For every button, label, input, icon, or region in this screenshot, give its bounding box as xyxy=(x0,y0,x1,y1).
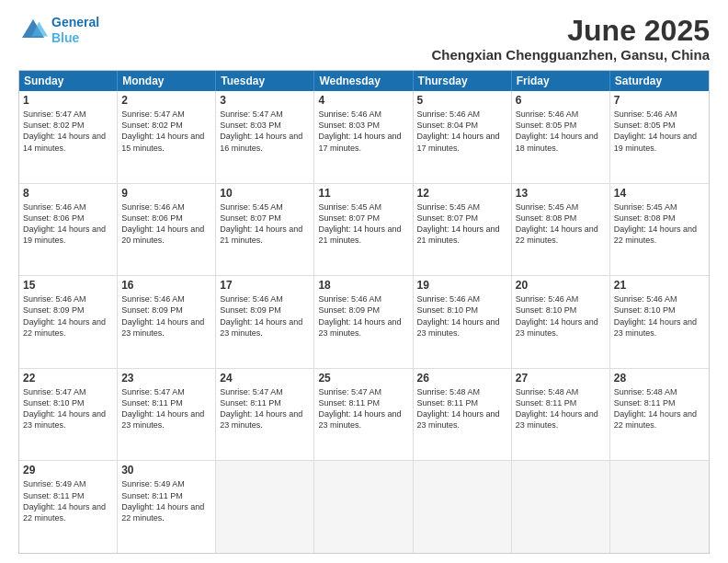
calendar: SundayMondayTuesdayWednesdayThursdayFrid… xyxy=(18,70,710,554)
day-cell-29: 29Sunrise: 5:49 AM Sunset: 8:11 PM Dayli… xyxy=(19,461,118,553)
day-number: 17 xyxy=(220,279,310,292)
day-number: 29 xyxy=(23,464,113,477)
header-day-wednesday: Wednesday xyxy=(314,71,413,91)
day-info: Sunrise: 5:46 AM Sunset: 8:09 PM Dayligh… xyxy=(318,293,408,339)
day-cell-14: 14Sunrise: 5:45 AM Sunset: 8:08 PM Dayli… xyxy=(610,184,709,276)
day-cell-28: 28Sunrise: 5:48 AM Sunset: 8:11 PM Dayli… xyxy=(610,369,709,461)
calendar-row-4: 22Sunrise: 5:47 AM Sunset: 8:10 PM Dayli… xyxy=(19,368,709,461)
day-cell-22: 22Sunrise: 5:47 AM Sunset: 8:10 PM Dayli… xyxy=(19,369,118,461)
day-cell-25: 25Sunrise: 5:47 AM Sunset: 8:11 PM Dayli… xyxy=(314,369,413,461)
calendar-body: 1Sunrise: 5:47 AM Sunset: 8:02 PM Daylig… xyxy=(19,91,709,553)
day-number: 19 xyxy=(417,279,507,292)
header-day-thursday: Thursday xyxy=(414,71,512,91)
day-info: Sunrise: 5:46 AM Sunset: 8:09 PM Dayligh… xyxy=(23,293,113,339)
calendar-row-3: 15Sunrise: 5:46 AM Sunset: 8:09 PM Dayli… xyxy=(19,275,709,368)
day-info: Sunrise: 5:45 AM Sunset: 8:07 PM Dayligh… xyxy=(220,201,310,247)
day-cell-27: 27Sunrise: 5:48 AM Sunset: 8:11 PM Dayli… xyxy=(512,369,610,461)
day-info: Sunrise: 5:47 AM Sunset: 8:11 PM Dayligh… xyxy=(318,386,408,431)
day-info: Sunrise: 5:47 AM Sunset: 8:11 PM Dayligh… xyxy=(121,386,211,431)
empty-cell xyxy=(216,461,314,553)
month-title: June 2025 xyxy=(431,15,710,47)
day-info: Sunrise: 5:46 AM Sunset: 8:06 PM Dayligh… xyxy=(121,201,211,247)
calendar-row-5: 29Sunrise: 5:49 AM Sunset: 8:11 PM Dayli… xyxy=(19,460,709,553)
day-number: 9 xyxy=(121,187,211,200)
day-info: Sunrise: 5:47 AM Sunset: 8:02 PM Dayligh… xyxy=(121,109,211,154)
day-info: Sunrise: 5:46 AM Sunset: 8:05 PM Dayligh… xyxy=(516,109,606,154)
day-cell-21: 21Sunrise: 5:46 AM Sunset: 8:10 PM Dayli… xyxy=(610,276,709,368)
header-day-tuesday: Tuesday xyxy=(216,71,314,91)
day-info: Sunrise: 5:45 AM Sunset: 8:07 PM Dayligh… xyxy=(318,201,408,247)
day-number: 15 xyxy=(23,279,113,292)
day-cell-6: 6Sunrise: 5:46 AM Sunset: 8:05 PM Daylig… xyxy=(512,91,610,183)
day-cell-18: 18Sunrise: 5:46 AM Sunset: 8:09 PM Dayli… xyxy=(314,276,413,368)
day-info: Sunrise: 5:45 AM Sunset: 8:07 PM Dayligh… xyxy=(417,201,507,247)
day-number: 4 xyxy=(318,94,408,107)
calendar-row-2: 8Sunrise: 5:46 AM Sunset: 8:06 PM Daylig… xyxy=(19,183,709,276)
day-info: Sunrise: 5:46 AM Sunset: 8:10 PM Dayligh… xyxy=(417,293,507,339)
day-number: 21 xyxy=(614,279,705,292)
day-info: Sunrise: 5:46 AM Sunset: 8:10 PM Dayligh… xyxy=(614,293,705,339)
day-cell-17: 17Sunrise: 5:46 AM Sunset: 8:09 PM Dayli… xyxy=(216,276,314,368)
day-number: 24 xyxy=(220,372,310,385)
day-cell-4: 4Sunrise: 5:46 AM Sunset: 8:03 PM Daylig… xyxy=(314,91,413,183)
day-number: 14 xyxy=(614,187,705,200)
day-number: 27 xyxy=(516,372,606,385)
day-info: Sunrise: 5:46 AM Sunset: 8:05 PM Dayligh… xyxy=(614,109,705,154)
day-info: Sunrise: 5:48 AM Sunset: 8:11 PM Dayligh… xyxy=(614,386,705,431)
empty-cell xyxy=(610,461,709,553)
logo-icon xyxy=(18,16,48,45)
day-cell-2: 2Sunrise: 5:47 AM Sunset: 8:02 PM Daylig… xyxy=(118,91,216,183)
calendar-header: SundayMondayTuesdayWednesdayThursdayFrid… xyxy=(19,71,709,91)
day-number: 20 xyxy=(516,279,606,292)
empty-cell xyxy=(512,461,610,553)
day-cell-7: 7Sunrise: 5:46 AM Sunset: 8:05 PM Daylig… xyxy=(610,91,709,183)
day-cell-8: 8Sunrise: 5:46 AM Sunset: 8:06 PM Daylig… xyxy=(19,184,118,276)
day-cell-20: 20Sunrise: 5:46 AM Sunset: 8:10 PM Dayli… xyxy=(512,276,610,368)
day-info: Sunrise: 5:46 AM Sunset: 8:10 PM Dayligh… xyxy=(516,293,606,339)
day-info: Sunrise: 5:49 AM Sunset: 8:11 PM Dayligh… xyxy=(121,478,211,523)
day-number: 23 xyxy=(121,372,211,385)
day-cell-13: 13Sunrise: 5:45 AM Sunset: 8:08 PM Dayli… xyxy=(512,184,610,276)
day-number: 28 xyxy=(614,372,705,385)
day-number: 16 xyxy=(121,279,211,292)
day-number: 7 xyxy=(614,94,705,107)
day-info: Sunrise: 5:47 AM Sunset: 8:02 PM Dayligh… xyxy=(23,109,113,154)
day-cell-5: 5Sunrise: 5:46 AM Sunset: 8:04 PM Daylig… xyxy=(414,91,512,183)
day-cell-16: 16Sunrise: 5:46 AM Sunset: 8:09 PM Dayli… xyxy=(118,276,216,368)
day-info: Sunrise: 5:47 AM Sunset: 8:03 PM Dayligh… xyxy=(220,109,310,154)
day-number: 18 xyxy=(318,279,408,292)
day-cell-24: 24Sunrise: 5:47 AM Sunset: 8:11 PM Dayli… xyxy=(216,369,314,461)
day-number: 10 xyxy=(220,187,310,200)
day-number: 3 xyxy=(220,94,310,107)
day-cell-30: 30Sunrise: 5:49 AM Sunset: 8:11 PM Dayli… xyxy=(118,461,216,553)
day-info: Sunrise: 5:47 AM Sunset: 8:11 PM Dayligh… xyxy=(220,386,310,431)
header-day-sunday: Sunday xyxy=(19,71,118,91)
day-info: Sunrise: 5:48 AM Sunset: 8:11 PM Dayligh… xyxy=(516,386,606,431)
day-cell-26: 26Sunrise: 5:48 AM Sunset: 8:11 PM Dayli… xyxy=(414,369,512,461)
empty-cell xyxy=(314,461,413,553)
day-info: Sunrise: 5:46 AM Sunset: 8:09 PM Dayligh… xyxy=(121,293,211,339)
title-block: June 2025 Chengxian Chengguanzhen, Gansu… xyxy=(431,15,710,63)
header-day-monday: Monday xyxy=(118,71,216,91)
day-cell-10: 10Sunrise: 5:45 AM Sunset: 8:07 PM Dayli… xyxy=(216,184,314,276)
day-info: Sunrise: 5:49 AM Sunset: 8:11 PM Dayligh… xyxy=(23,478,113,523)
empty-cell xyxy=(414,461,512,553)
day-number: 2 xyxy=(121,94,211,107)
header-day-friday: Friday xyxy=(512,71,610,91)
day-cell-11: 11Sunrise: 5:45 AM Sunset: 8:07 PM Dayli… xyxy=(314,184,413,276)
location-title: Chengxian Chengguanzhen, Gansu, China xyxy=(431,47,710,63)
day-number: 5 xyxy=(417,94,507,107)
day-cell-19: 19Sunrise: 5:46 AM Sunset: 8:10 PM Dayli… xyxy=(414,276,512,368)
logo-text: General Blue xyxy=(51,15,99,46)
day-cell-3: 3Sunrise: 5:47 AM Sunset: 8:03 PM Daylig… xyxy=(216,91,314,183)
calendar-row-1: 1Sunrise: 5:47 AM Sunset: 8:02 PM Daylig… xyxy=(19,91,709,183)
calendar-page: General Blue June 2025 Chengxian Chenggu… xyxy=(0,0,728,563)
day-info: Sunrise: 5:45 AM Sunset: 8:08 PM Dayligh… xyxy=(614,201,705,247)
day-number: 1 xyxy=(23,94,113,107)
day-info: Sunrise: 5:46 AM Sunset: 8:09 PM Dayligh… xyxy=(220,293,310,339)
day-cell-23: 23Sunrise: 5:47 AM Sunset: 8:11 PM Dayli… xyxy=(118,369,216,461)
day-info: Sunrise: 5:46 AM Sunset: 8:04 PM Dayligh… xyxy=(417,109,507,154)
day-info: Sunrise: 5:47 AM Sunset: 8:10 PM Dayligh… xyxy=(23,386,113,431)
day-info: Sunrise: 5:45 AM Sunset: 8:08 PM Dayligh… xyxy=(516,201,606,247)
day-number: 12 xyxy=(417,187,507,200)
